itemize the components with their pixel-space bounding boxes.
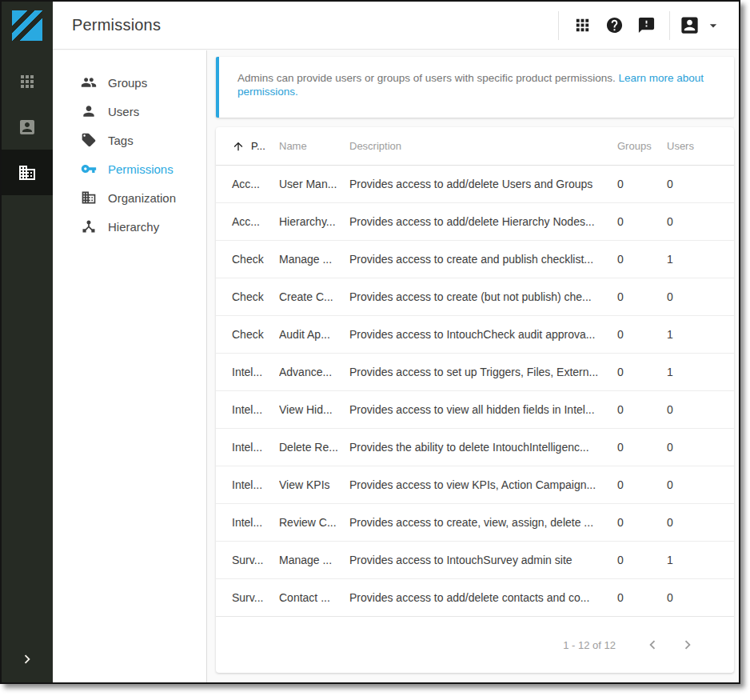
cell-users: 0 — [667, 516, 734, 529]
cell-product: Intel... — [216, 366, 279, 378]
app-logo[interactable] — [12, 10, 42, 41]
pagination-next-button[interactable] — [678, 635, 697, 654]
pagination-prev-button[interactable] — [643, 635, 662, 654]
table-row[interactable]: Surv... Contact ... Provides access to a… — [216, 579, 734, 617]
cell-name: Audit Ap... — [279, 328, 349, 341]
sidebar-item-users[interactable]: Users — [53, 97, 206, 126]
cell-name: View Hid... — [279, 403, 349, 416]
cell-users: 1 — [667, 253, 734, 266]
column-header-name[interactable]: Name — [279, 140, 349, 152]
cell-groups: 0 — [617, 441, 667, 454]
sidebar-item-permissions[interactable]: Permissions — [53, 154, 206, 183]
left-rail — [2, 2, 53, 682]
account-box-icon — [18, 118, 37, 137]
divider — [669, 11, 670, 40]
chevron-right-icon — [679, 636, 696, 654]
cell-description: Provides access to add/delete contacts a… — [349, 591, 617, 604]
sidebar-item-label: Hierarchy — [108, 220, 159, 234]
table-row[interactable]: Intel... View KPIs Provides access to vi… — [216, 466, 734, 504]
table-row[interactable]: Check Audit Ap... Provides access to Int… — [216, 316, 734, 354]
help-button[interactable] — [598, 10, 630, 42]
cell-product: Intel... — [216, 478, 279, 491]
cell-name: View KPIs — [279, 478, 349, 491]
cell-users: 1 — [667, 366, 734, 378]
groups-icon — [81, 74, 97, 90]
sort-ascending-icon — [232, 140, 245, 153]
main-content: Admins can provide users or groups of us… — [208, 50, 739, 682]
pagination-range-label: 1 - 12 of 12 — [563, 639, 616, 651]
cell-groups: 0 — [617, 478, 667, 491]
table-row[interactable]: Surv... Manage ... Provides access to In… — [216, 542, 734, 579]
cell-groups: 0 — [617, 290, 667, 303]
cell-groups: 0 — [617, 403, 667, 416]
table-row[interactable]: Check Create C... Provides access to cre… — [216, 278, 734, 316]
cell-product: Check — [216, 253, 279, 266]
cell-product: Intel... — [216, 441, 279, 454]
cell-name: User Man... — [279, 178, 349, 190]
table-header: P... Name Description Groups Users — [216, 127, 734, 166]
rail-organization-button[interactable] — [2, 150, 53, 195]
feedback-button[interactable] — [630, 10, 662, 42]
cell-description: Provides access to create (but not publi… — [349, 290, 617, 303]
table-row[interactable]: Intel... Delete Re... Provides the abili… — [216, 429, 734, 466]
cell-users: 0 — [667, 591, 734, 604]
cell-product: Surv... — [216, 554, 279, 566]
chevron-down-icon — [705, 18, 721, 34]
sidebar-item-label: Organization — [108, 191, 176, 205]
sidebar-item-label: Groups — [108, 76, 147, 90]
cell-description: Provides access to IntouchCheck audit ap… — [349, 328, 617, 341]
cell-product: Intel... — [216, 403, 279, 416]
column-header-product[interactable]: P... — [216, 140, 279, 153]
cell-description: Provides access to view all hidden field… — [349, 403, 617, 416]
cell-description: Provides access to view KPIs, Action Cam… — [349, 478, 617, 491]
column-header-description[interactable]: Description — [349, 140, 617, 152]
cell-users: 1 — [667, 328, 734, 341]
cell-groups: 0 — [617, 215, 667, 228]
table-pagination: 1 - 12 of 12 — [216, 617, 734, 673]
account-menu-button[interactable] — [677, 14, 723, 36]
cell-name: Hierarchy... — [279, 215, 349, 228]
sidebar-item-groups[interactable]: Groups — [53, 68, 206, 97]
cell-name: Contact ... — [279, 591, 349, 604]
cell-name: Manage ... — [279, 554, 349, 566]
cell-name: Review C... — [279, 516, 349, 529]
cell-product: Intel... — [216, 516, 279, 529]
account-box-icon — [679, 14, 700, 36]
rail-apps-button[interactable] — [2, 58, 53, 104]
divider — [558, 11, 559, 40]
apps-grid-icon — [573, 16, 592, 34]
table-row[interactable]: Check Manage ... Provides access to crea… — [216, 241, 734, 278]
cell-users: 0 — [667, 441, 734, 454]
table-body: Acc... User Man... Provides access to ad… — [216, 166, 734, 617]
cell-description: Provides access to add/delete Hierarchy … — [349, 215, 617, 228]
sidebar-item-label: Permissions — [108, 162, 174, 176]
sidebar-item-hierarchy[interactable]: Hierarchy — [53, 212, 206, 241]
sidebar-item-label: Tags — [108, 134, 134, 147]
rail-account-button[interactable] — [2, 104, 53, 150]
sidebar-item-organization[interactable]: Organization — [53, 183, 206, 212]
table-row[interactable]: Intel... Review C... Provides access to … — [216, 504, 734, 542]
info-banner: Admins can provide users or groups of us… — [216, 57, 734, 118]
permissions-table: P... Name Description Groups Users Acc..… — [216, 127, 734, 673]
sidebar-item-tags[interactable]: Tags — [53, 126, 206, 154]
sidebar-expand-button[interactable] — [2, 646, 53, 673]
cell-name: Create C... — [279, 290, 349, 303]
column-header-users[interactable]: Users — [667, 140, 734, 152]
table-row[interactable]: Intel... Advance... Provides access to s… — [216, 354, 734, 391]
top-bar-actions — [551, 10, 739, 42]
cell-description: Provides access to IntouchSurvey admin s… — [349, 554, 617, 566]
apps-menu-button[interactable] — [566, 10, 598, 42]
person-icon — [81, 103, 97, 119]
cell-groups: 0 — [617, 328, 667, 341]
hierarchy-icon — [81, 218, 97, 234]
table-row[interactable]: Intel... View Hid... Provides access to … — [216, 391, 734, 429]
side-nav: Groups Users Tags Permissions Organizati… — [53, 50, 207, 682]
table-row[interactable]: Acc... User Man... Provides access to ad… — [216, 166, 734, 203]
table-row[interactable]: Acc... Hierarchy... Provides access to a… — [216, 203, 734, 241]
cell-users: 1 — [667, 554, 734, 566]
cell-description: Provides access to create, view, assign,… — [349, 516, 617, 529]
cell-users: 0 — [667, 178, 734, 190]
column-header-groups[interactable]: Groups — [617, 140, 667, 152]
cell-description: Provides access to set up Triggers, File… — [349, 366, 617, 378]
cell-groups: 0 — [617, 516, 667, 529]
